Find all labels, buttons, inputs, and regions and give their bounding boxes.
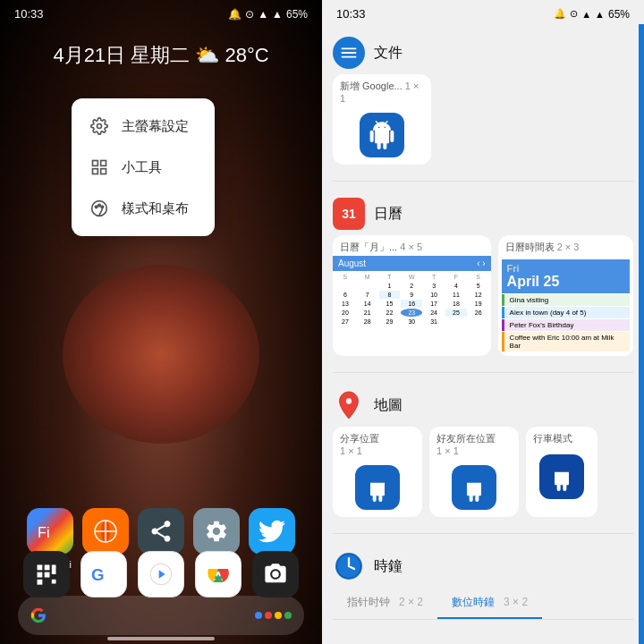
camera-icon (252, 551, 299, 597)
google-fi-icon: Fi (27, 508, 73, 555)
nav-indicator (107, 637, 215, 640)
svg-rect-1 (93, 161, 98, 166)
tab-analog-clock[interactable]: 指针时钟 2 × 2 (333, 588, 437, 619)
battery-right: 65% (608, 8, 630, 21)
maps-header: 地圖 (333, 382, 633, 427)
maps-title: 地圖 (374, 396, 402, 415)
menu-item-style[interactable]: 樣式和桌布 (72, 188, 215, 229)
status-icons-left: 🔔 ⊙ ▲ ▲ 65% (228, 8, 308, 21)
schedule-preview: Fri April 25 Gina visiting Alex in town … (498, 256, 633, 356)
settings-icon-app (193, 508, 240, 555)
maps-share-card[interactable]: 分享位置 1 × 1 (333, 427, 422, 517)
share-icon-app (138, 508, 184, 555)
menu-label-widgets: 小工具 (122, 159, 162, 176)
dot-yellow (275, 612, 282, 619)
left-panel: 10:33 🔔 ⊙ ▲ ▲ 65% 4月21日 星期二 ⛅ 28°C 主螢幕設定 (0, 0, 322, 644)
docs-widget-row: 新增 Google... 1 × 1 (333, 74, 633, 165)
svg-text:G: G (91, 565, 105, 584)
calendar-icon: 31 (333, 198, 365, 230)
play-icon (138, 551, 184, 597)
menu-item-home-settings[interactable]: 主螢幕設定 (72, 106, 215, 147)
date-weather: 4月21日 星期二 ⛅ 28°C (0, 24, 322, 78)
docs-placeholder (360, 113, 404, 157)
calendar-month-card[interactable]: 日曆「月」... 4 × 5 August ‹ › SMTWTFS 12345 … (333, 235, 491, 356)
vibrate-icon: 🔔 (228, 8, 242, 21)
event-2: Alex in town (day 4 of 5) (502, 307, 630, 318)
docs-widget-card[interactable]: 新增 Google... 1 × 1 (333, 74, 431, 165)
event-3: Peter Fox's Birthday (502, 319, 630, 331)
svg-rect-15 (38, 565, 43, 571)
context-menu: 主螢幕設定 小工具 樣式和桌布 (72, 98, 215, 236)
docs-widget-label: 新增 Google... 1 × 1 (333, 74, 431, 106)
calendar-section: 31 日曆 日曆「月」... 4 × 5 August ‹ › SMTWTFS … (322, 185, 644, 369)
svg-rect-3 (93, 169, 98, 174)
dot-red (265, 612, 272, 619)
maps-friends-card[interactable]: 好友所在位置 1 × 1 (429, 427, 519, 517)
svg-point-8 (101, 206, 104, 208)
divider-1 (333, 181, 633, 182)
cal-grid: SMTWTFS 12345 6789101112 13141516171819 … (333, 271, 491, 327)
signal-icon-r: ▲ (581, 9, 591, 20)
divider-2 (333, 372, 633, 373)
clock-icon (333, 550, 365, 582)
docs-title: 文件 (374, 44, 402, 63)
dock-item-rarr[interactable] (23, 551, 70, 597)
calendar-month-preview: August ‹ › SMTWTFS 12345 6789101112 1314… (333, 256, 491, 327)
clock-title: 時鐘 (374, 557, 402, 576)
wifi-icon-r: ▲ (595, 9, 605, 20)
menu-item-widgets[interactable]: 小工具 (72, 147, 215, 188)
calendar-title: 日曆 (374, 205, 402, 224)
battery-left: 65% (286, 8, 308, 21)
status-icons-right: 🔔 ⊙ ▲ ▲ 65% (554, 8, 630, 21)
event-1: Gina visiting (502, 294, 630, 306)
bottom-app-row (0, 596, 322, 635)
signal-icon: ▲ (258, 8, 268, 21)
gnews-icon: G (80, 551, 127, 597)
schedule-header: Fri April 25 (502, 259, 630, 293)
maps-drive-card[interactable]: 行車模式 (526, 427, 597, 517)
svg-point-7 (98, 204, 101, 207)
maps-section: 地圖 分享位置 1 × 1 好友所在位置 1 × 1 (322, 377, 644, 530)
search-bar[interactable] (18, 596, 304, 635)
calendar-widget-row: 日曆「月」... 4 × 5 August ‹ › SMTWTFS 12345 … (333, 235, 633, 356)
dock-item-camera[interactable] (252, 551, 299, 597)
browser-icon (82, 508, 129, 555)
calendar-month-label: 日曆「月」... 4 × 5 (333, 235, 491, 256)
dock-item-chrome[interactable] (195, 551, 242, 597)
svg-rect-19 (38, 580, 43, 585)
date-text: 4月21日 星期二 ⛅ 28°C (53, 44, 268, 66)
maps-widget-row: 分享位置 1 × 1 好友所在位置 1 × 1 (333, 427, 633, 517)
twitter-icon-app (249, 508, 295, 555)
maps-drive-placeholder (539, 454, 584, 499)
vibrate-icon-r: 🔔 (554, 8, 566, 20)
tab-digital-clock[interactable]: 數位時鐘 3 × 2 (437, 588, 542, 619)
svg-rect-4 (101, 169, 106, 174)
menu-label-style: 樣式和桌布 (122, 200, 189, 217)
svg-rect-21 (52, 565, 56, 575)
rarr-icon (23, 551, 70, 597)
clock-tabs: 指针时钟 2 × 2 數位時鐘 3 × 2 (333, 588, 633, 620)
circle-icon: ⊙ (245, 8, 254, 21)
status-bar-left: 10:33 🔔 ⊙ ▲ ▲ 65% (0, 0, 322, 24)
docs-icon (333, 37, 365, 69)
dock-item-play[interactable] (138, 551, 184, 597)
widgets-icon (89, 157, 109, 177)
circle-icon-r: ⊙ (570, 8, 578, 20)
chrome-icon (195, 551, 242, 597)
svg-rect-18 (45, 572, 50, 578)
palette-icon (89, 199, 109, 218)
maps-share-placeholder (355, 465, 400, 510)
calendar-schedule-card[interactable]: 日曆時間表 2 × 3 Fri April 25 Gina visiting A… (498, 235, 633, 356)
svg-text:Fi: Fi (38, 524, 50, 540)
time-right: 10:33 (336, 7, 366, 21)
wifi-icon: ▲ (272, 8, 283, 21)
clock-section: 時鐘 指针时钟 2 × 2 數位時鐘 3 × 2 (322, 538, 644, 625)
docs-header: 文件 (333, 30, 633, 74)
clock-header: 時鐘 (333, 543, 633, 588)
dock-item-gnews[interactable]: G (80, 551, 127, 597)
svg-rect-2 (101, 161, 106, 166)
right-panel: 10:33 🔔 ⊙ ▲ ▲ 65% 文件 新增 Google... 1 × 1 (322, 0, 644, 644)
maps-icon (333, 389, 365, 421)
svg-rect-17 (38, 572, 43, 578)
gear-icon (89, 116, 109, 136)
